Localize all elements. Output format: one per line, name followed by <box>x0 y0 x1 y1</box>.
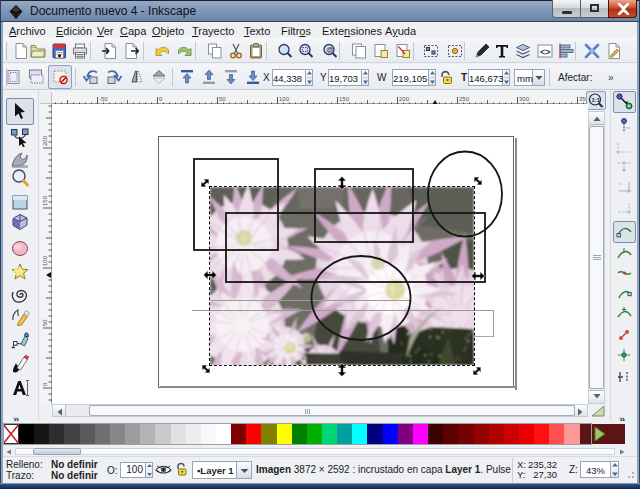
svg-text:200: 200 <box>399 96 410 102</box>
svg-text:0: 0 <box>42 382 48 386</box>
svg-text:350: 350 <box>579 96 586 102</box>
svg-text:<>: <> <box>540 47 551 57</box>
svg-text:@: @ <box>326 46 333 53</box>
svg-text:-50: -50 <box>99 96 108 102</box>
svg-text:250: 250 <box>459 96 470 102</box>
svg-text:50: 50 <box>219 96 226 102</box>
svg-text:0: 0 <box>159 96 163 102</box>
svg-text:100: 100 <box>42 255 48 266</box>
svg-text:1:1: 1:1 <box>592 97 601 103</box>
svg-text:100: 100 <box>279 96 290 102</box>
svg-text:50: 50 <box>42 319 48 326</box>
svg-text:200: 200 <box>42 135 48 146</box>
svg-text:300: 300 <box>519 96 530 102</box>
svg-text:150: 150 <box>42 195 48 206</box>
svg-text:150: 150 <box>339 96 350 102</box>
